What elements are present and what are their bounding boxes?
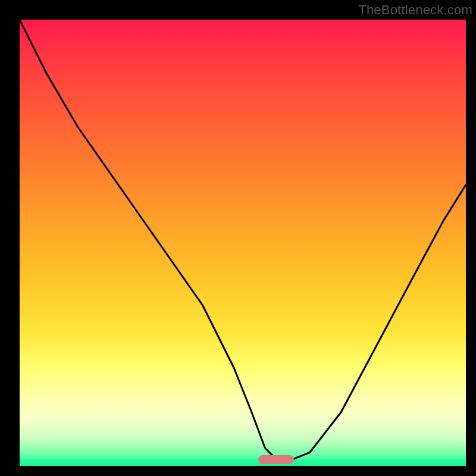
plot-area [20,20,466,466]
bottleneck-curve [20,20,466,466]
optimal-marker [258,455,294,464]
border-right [466,0,476,476]
border-left [0,0,20,476]
chart-frame: TheBottleneck.com [0,0,476,476]
border-bottom [0,466,476,476]
watermark-text: TheBottleneck.com [358,2,472,18]
